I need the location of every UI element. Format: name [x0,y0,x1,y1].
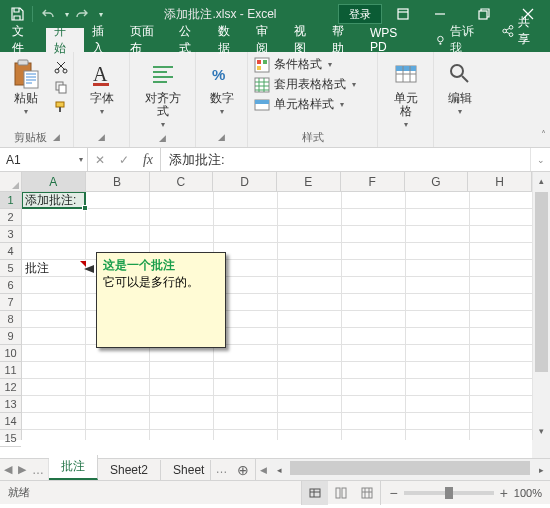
undo-icon[interactable] [37,3,59,25]
row-header-3[interactable]: 3 [0,226,21,243]
zoom-out-icon[interactable]: − [389,485,397,501]
vertical-scrollbar[interactable]: ▴ ▾ [532,172,550,440]
tab-review[interactable]: 审阅 [248,28,286,52]
chevron-down-icon[interactable]: ▾ [79,155,83,164]
row-header-14[interactable]: 14 [0,413,21,430]
row-headers[interactable]: 123456789101112131415 [0,192,22,440]
save-icon[interactable] [6,3,28,25]
row-header-10[interactable]: 10 [0,345,21,362]
page-layout-view-icon[interactable] [328,481,354,505]
number-group-button[interactable]: % 数字 ▾ [200,56,244,118]
tab-page-layout[interactable]: 页面布 [122,28,171,52]
cancel-edit-icon[interactable]: ✕ [88,153,112,167]
zoom-knob[interactable] [445,487,453,499]
ribbon-options-icon[interactable] [388,0,418,28]
tab-home[interactable]: 开始 [46,28,84,52]
row-header-15[interactable]: 15 [0,430,21,447]
tab-file[interactable]: 文件 [0,28,46,52]
hscrollbar-thumb[interactable] [290,461,530,475]
sheet-collapse-icon[interactable]: ◀ [256,459,270,480]
sheet-tab-3[interactable]: Sheet [161,460,211,480]
tell-me-search[interactable]: 告诉我 [426,28,492,52]
sheet-nav-last-icon[interactable]: … [32,463,44,477]
chevron-down-icon: ▾ [161,120,165,129]
dialog-launcher-icon[interactable]: ◢ [159,133,166,143]
cell-style-button[interactable]: 单元格样式▾ [254,96,371,113]
column-header-B[interactable]: B [86,172,150,191]
login-button[interactable]: 登录 [338,4,382,24]
row-header-12[interactable]: 12 [0,379,21,396]
copy-icon[interactable] [52,78,70,96]
worksheet-grid[interactable]: ABCDEFGH 123456789101112131415 添加批注: 批注 … [0,172,550,458]
row-header-7[interactable]: 7 [0,294,21,311]
svg-rect-19 [263,60,267,64]
dialog-launcher-icon[interactable]: ◢ [98,132,105,142]
new-sheet-button[interactable]: ⊕ [231,459,255,480]
row-header-1[interactable]: 1 [0,192,21,209]
zoom-control[interactable]: − + 100% [381,485,550,501]
insert-function-icon[interactable]: fx [136,152,160,168]
column-header-D[interactable]: D [213,172,277,191]
cut-icon[interactable] [52,58,70,76]
column-header-E[interactable]: E [277,172,341,191]
scroll-left-icon[interactable]: ◂ [270,459,288,480]
row-header-4[interactable]: 4 [0,243,21,260]
column-headers[interactable]: ABCDEFGH [22,172,532,192]
column-header-G[interactable]: G [405,172,469,191]
format-painter-icon[interactable] [52,98,70,116]
expand-formula-bar-icon[interactable]: ⌄ [530,148,550,171]
sheet-nav-next-icon[interactable]: ▶ [18,463,26,476]
confirm-edit-icon[interactable]: ✓ [112,153,136,167]
zoom-slider[interactable] [404,491,494,495]
tab-view[interactable]: 视图 [286,28,324,52]
alignment-group-button[interactable]: 对齐方式 ▾ [136,56,189,131]
select-all-corner[interactable] [0,172,22,192]
dialog-launcher-icon[interactable]: ◢ [53,132,60,142]
row-header-2[interactable]: 2 [0,209,21,226]
chevron-down-icon: ▾ [404,120,408,129]
column-header-A[interactable]: A [22,172,86,191]
sheet-tab-active[interactable]: 批注 [49,455,98,480]
cells-group-button[interactable]: 单元格 ▾ [384,56,428,131]
row-header-9[interactable]: 9 [0,328,21,345]
tab-formulas[interactable]: 公式 [171,28,209,52]
sheet-nav-more-icon[interactable]: … [211,459,231,480]
scroll-right-icon[interactable]: ▸ [532,459,550,480]
table-format-button[interactable]: 套用表格格式▾ [254,76,371,93]
sheet-nav-prev-icon[interactable]: ◀ [4,463,12,476]
row-header-11[interactable]: 11 [0,362,21,379]
sheet-tab-2[interactable]: Sheet2 [98,460,161,480]
collapse-ribbon-icon[interactable]: ˄ [541,129,546,140]
scroll-up-icon[interactable]: ▴ [533,172,550,190]
tab-insert[interactable]: 插入 [84,28,122,52]
paste-button[interactable]: 粘贴 ▾ [4,56,48,118]
qat-customize-icon[interactable]: ▾ [95,10,103,19]
undo-dropdown-icon[interactable]: ▾ [61,10,69,19]
normal-view-icon[interactable] [302,481,328,505]
column-header-F[interactable]: F [341,172,405,191]
column-header-H[interactable]: H [468,172,532,191]
fill-handle[interactable] [82,205,88,211]
editing-group-button[interactable]: 编辑 ▾ [438,56,482,118]
dialog-launcher-icon[interactable]: ◢ [218,132,225,142]
row-header-13[interactable]: 13 [0,396,21,413]
column-header-C[interactable]: C [150,172,214,191]
font-group-button[interactable]: A 字体 ▾ [80,56,124,118]
name-box[interactable]: A1▾ [0,148,88,171]
cell-A5[interactable]: 批注 [22,260,84,277]
page-break-view-icon[interactable] [354,481,380,505]
share-button[interactable]: 共享 [491,10,550,52]
conditional-format-button[interactable]: 条件格式▾ [254,56,371,73]
row-header-8[interactable]: 8 [0,311,21,328]
tab-data[interactable]: 数据 [210,28,248,52]
zoom-in-icon[interactable]: + [500,485,508,501]
redo-icon[interactable] [71,3,93,25]
tab-help[interactable]: 帮助 [324,28,362,52]
zoom-level[interactable]: 100% [514,487,542,499]
row-header-5[interactable]: 5 [0,260,21,277]
row-header-6[interactable]: 6 [0,277,21,294]
scroll-down-icon[interactable]: ▾ [533,422,550,440]
tab-wps[interactable]: WPS PD [362,28,422,52]
scrollbar-thumb[interactable] [535,192,548,372]
formula-input[interactable]: 添加批注: [161,148,530,171]
